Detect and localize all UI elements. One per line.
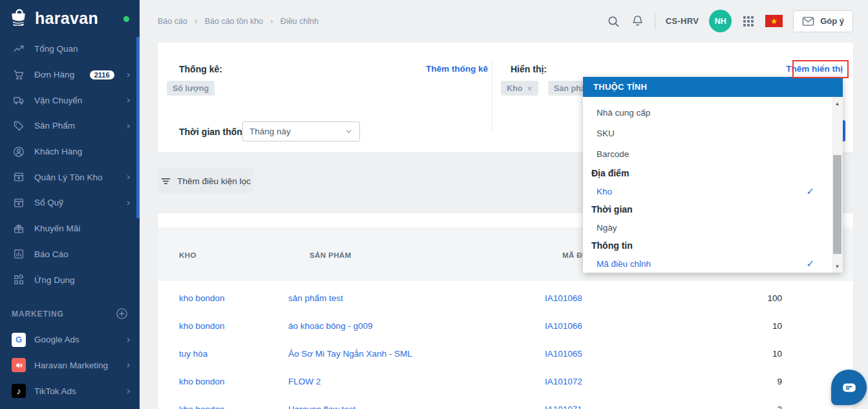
add-marketing-channel-icon[interactable]	[116, 308, 128, 320]
breadcrumb: Báo cáo›Báo cáo tồn kho›Điều chỉnh	[158, 17, 319, 26]
adjustment-code-link[interactable]: IA101066	[545, 321, 582, 331]
sidebar-item-ung-dung[interactable]: Ứng Dụng	[0, 267, 140, 293]
breadcrumb-separator-icon: ›	[270, 17, 273, 26]
warehouse-cell: kho bondon	[158, 321, 288, 331]
stat-chip[interactable]: Số lượng	[167, 81, 215, 96]
dropdown-option[interactable]: Mã điều chỉnh✓	[583, 255, 843, 273]
table-row[interactable]: kho bondonFLOW 2IA1010729	[158, 368, 853, 395]
orders-count-badge: 2116	[90, 70, 114, 79]
adjustment-code-cell: IA101072	[545, 377, 693, 386]
tag-icon	[12, 120, 26, 132]
add-display-link[interactable]: Thêm hiển thị	[786, 64, 843, 74]
adjustment-code-cell: IA101066	[545, 321, 693, 331]
gift-icon	[12, 223, 26, 235]
person-icon	[12, 146, 26, 158]
chevron-right-icon: ›	[127, 360, 131, 370]
status-dot	[123, 16, 129, 22]
apps-grid-icon[interactable]	[742, 15, 755, 28]
sidebar: haravan Tổng QuanĐơn Hàng2116›Vận Chuyển…	[0, 0, 140, 409]
adjustment-code-link[interactable]: IA101071	[545, 404, 582, 409]
sidebar-item-label: TikTok Ads	[34, 386, 118, 396]
sidebar-item-label: Sản Phẩm	[34, 121, 118, 131]
dropdown-option[interactable]: Ngày	[583, 218, 843, 236]
tiktok-ads-tile-icon: ♪	[12, 384, 26, 398]
chart-icon	[12, 248, 26, 260]
product-link[interactable]: Haravan flow test	[288, 404, 355, 409]
vietnam-flag-icon[interactable]: ★	[765, 15, 783, 27]
warehouse-link[interactable]: kho bondon	[179, 404, 225, 409]
sidebar-item-label: Vận Chuyển	[34, 96, 118, 105]
dropdown-scrollbar[interactable]: ▲ ▼	[832, 97, 843, 273]
sidebar-item-label: Báo Cáo	[34, 249, 131, 259]
notifications-bell-icon[interactable]	[631, 14, 644, 28]
dropdown-option[interactable]: Barcode	[583, 143, 843, 164]
dropdown-option-label: Địa điểm	[591, 168, 814, 178]
scroll-up-icon[interactable]: ▲	[832, 98, 843, 109]
sidebar-item-label: Sổ Quỹ	[34, 198, 118, 207]
sidebar-item-quan-ly-ton-kho[interactable]: Quản Lý Tồn Kho›	[0, 164, 140, 190]
dropdown-option-label: Kho	[597, 187, 806, 196]
sidebar-item-san-pham[interactable]: Sản Phẩm›	[0, 113, 140, 139]
sidebar-item-label: Google Ads	[34, 335, 118, 344]
avatar[interactable]: NH	[709, 10, 732, 32]
add-filter-button[interactable]: Thêm điều kiện lọc	[158, 169, 253, 193]
product-link[interactable]: sản phẩm test	[288, 293, 343, 303]
feedback-button[interactable]: Góp ý	[793, 10, 853, 32]
check-icon: ✓	[806, 185, 814, 197]
account-name[interactable]: CS-HRV	[666, 16, 699, 26]
sidebar-item-khuyen-mai[interactable]: Khuyến Mãi	[0, 216, 140, 242]
breadcrumb-item[interactable]: Báo cáo	[158, 17, 187, 26]
scroll-down-icon[interactable]: ▼	[832, 261, 843, 271]
adjustment-code-link[interactable]: IA101072	[545, 377, 582, 386]
marketing-section-header: MARKETING	[0, 301, 140, 327]
dropdown-option-label: Nhà cung cấp	[597, 108, 814, 118]
table-row[interactable]: kho bondonHaravan flow testIA1010712	[158, 395, 853, 409]
chevron-right-icon: ›	[127, 95, 131, 105]
warehouse-link[interactable]: kho bondon	[179, 321, 225, 331]
table-row[interactable]: tuy hòaÁo Sơ Mi Tay Ngắn Xanh - SMLIA101…	[158, 340, 853, 368]
breadcrumb-separator-icon: ›	[195, 17, 198, 26]
adjustment-code-cell: IA101068	[545, 293, 693, 303]
adjustment-code-link[interactable]: IA101065	[545, 349, 582, 359]
adjustment-code-link[interactable]: IA101068	[545, 293, 582, 303]
table-row[interactable]: kho bondonsản phẩm testIA101068100	[158, 284, 853, 312]
add-filter-label: Thêm điều kiện lọc	[177, 176, 250, 186]
sidebar-scrollbar[interactable]	[136, 37, 140, 218]
sidebar-item-bao-cao[interactable]: Báo Cáo	[0, 242, 140, 267]
filter-icon	[160, 176, 171, 187]
warehouse-link[interactable]: kho bondon	[179, 293, 225, 303]
dropdown-option[interactable]: SKU	[583, 123, 843, 143]
product-link[interactable]: áo khoác bông - g009	[288, 321, 373, 331]
dropdown-option-label: Mã điều chỉnh	[597, 259, 806, 269]
chevron-right-icon: ›	[127, 172, 131, 182]
product-link[interactable]: Áo Sơ Mi Tay Ngắn Xanh - SML	[288, 349, 412, 359]
sidebar-item-tong-quan[interactable]: Tổng Quan	[0, 36, 140, 62]
sidebar-item-so-quy[interactable]: Sổ Quỹ›	[0, 190, 140, 216]
add-stat-link[interactable]: Thêm thống kê	[403, 64, 488, 74]
sidebar-item-tiktok-ads[interactable]: ♪TikTok Ads›	[0, 378, 140, 404]
sidebar-item-don-hang[interactable]: Đơn Hàng2116›	[0, 62, 140, 88]
sidebar-item-khach-hang[interactable]: Khách Hàng	[0, 139, 140, 165]
search-icon[interactable]	[606, 14, 620, 28]
warehouse-link[interactable]: tuy hòa	[179, 349, 207, 359]
close-icon[interactable]: ×	[527, 83, 532, 94]
sidebar-item-haravan-marketing[interactable]: Haravan Marketing›	[0, 353, 140, 379]
chevron-right-icon: ›	[127, 121, 131, 131]
warehouse-link[interactable]: kho bondon	[179, 377, 225, 386]
table-row[interactable]: kho bondonáo khoác bông - g009IA10106610	[158, 312, 853, 340]
breadcrumb-item[interactable]: Điều chỉnh	[281, 17, 319, 26]
dropdown-option[interactable]: Kho✓	[583, 182, 843, 200]
quantity-cell: 10	[693, 321, 853, 331]
time-range-select[interactable]: Tháng này	[242, 121, 360, 142]
product-link[interactable]: FLOW 2	[288, 377, 321, 386]
scrollbar-thumb[interactable]	[833, 155, 842, 254]
display-chip[interactable]: Kho×	[501, 81, 538, 96]
logo[interactable]: haravan	[0, 0, 140, 36]
sidebar-item-van-chuyen[interactable]: Vận Chuyển›	[0, 87, 140, 113]
dropdown-option[interactable]: Nhà cung cấp	[583, 102, 843, 123]
chat-widget-button[interactable]	[831, 370, 867, 405]
logo-wordmark: haravan	[35, 9, 98, 28]
breadcrumb-item[interactable]: Báo cáo tồn kho	[205, 17, 263, 26]
section-divider	[492, 59, 492, 132]
sidebar-item-google-ads[interactable]: GGoogle Ads›	[0, 327, 140, 353]
